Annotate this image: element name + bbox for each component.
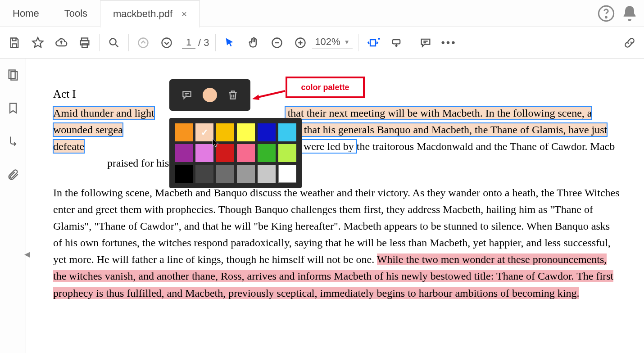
bookmark-icon[interactable] bbox=[5, 100, 21, 116]
zoom-value: 102% bbox=[315, 36, 340, 48]
svg-point-6 bbox=[139, 38, 148, 47]
svg-point-1 bbox=[606, 17, 607, 18]
page-sep: / bbox=[198, 37, 201, 49]
zoom-dropdown[interactable]: 102% ▼ bbox=[312, 36, 352, 49]
save-icon[interactable] bbox=[3, 31, 26, 54]
color-palette bbox=[169, 118, 302, 188]
document-view[interactable]: Act I Amid thunder and light that their … bbox=[26, 59, 644, 353]
scroll-mode-icon[interactable] bbox=[385, 31, 408, 54]
left-sidebar bbox=[0, 59, 26, 353]
callout-label: color palette bbox=[286, 77, 365, 98]
share-link-icon[interactable] bbox=[618, 31, 641, 54]
tab-file[interactable]: mackbeth.pdf × bbox=[100, 0, 200, 27]
page-current[interactable]: 1 bbox=[182, 36, 195, 49]
color-swatch[interactable] bbox=[258, 144, 276, 162]
page-down-icon[interactable] bbox=[155, 31, 178, 54]
selection-tool-icon[interactable] bbox=[218, 31, 242, 54]
svg-rect-11 bbox=[392, 40, 399, 44]
highlight-color-button[interactable] bbox=[201, 86, 219, 104]
tab-tools[interactable]: Tools bbox=[52, 0, 100, 27]
current-color-dot bbox=[203, 88, 217, 102]
paragraph-1[interactable]: Amid thunder and light that their next m… bbox=[53, 105, 621, 172]
more-icon[interactable]: ••• bbox=[437, 31, 461, 54]
svg-point-5 bbox=[110, 38, 116, 45]
color-swatch[interactable] bbox=[237, 123, 255, 141]
color-swatch[interactable] bbox=[278, 165, 296, 183]
color-swatch[interactable] bbox=[237, 165, 255, 183]
annotation-toolbar bbox=[169, 79, 250, 111]
color-swatch[interactable] bbox=[175, 123, 193, 141]
color-swatch[interactable] bbox=[175, 165, 193, 183]
delete-icon[interactable] bbox=[224, 86, 242, 104]
fit-width-icon[interactable]: ▾ bbox=[361, 31, 385, 54]
color-swatch[interactable] bbox=[237, 144, 255, 162]
color-swatch[interactable] bbox=[216, 123, 234, 141]
notifications-icon[interactable] bbox=[621, 5, 639, 23]
para1-seg-e: the traitorous Macdonwald and the Thane … bbox=[357, 140, 615, 152]
print-icon[interactable] bbox=[73, 31, 96, 54]
color-swatch[interactable] bbox=[216, 144, 234, 162]
zoom-out-icon[interactable] bbox=[265, 31, 289, 54]
search-icon[interactable] bbox=[102, 31, 126, 54]
attachment-icon[interactable] bbox=[5, 167, 21, 183]
main-toolbar: 1 / 3 102% ▼ ▾ ••• bbox=[0, 27, 644, 59]
color-swatch[interactable] bbox=[195, 165, 213, 183]
para1-seg-a: Amid thunder and light bbox=[53, 106, 154, 120]
comment-icon[interactable] bbox=[414, 31, 437, 54]
chevron-down-icon: ▼ bbox=[344, 39, 350, 45]
cloud-upload-icon[interactable] bbox=[50, 31, 73, 54]
color-swatch[interactable] bbox=[278, 144, 296, 162]
help-icon[interactable] bbox=[597, 5, 615, 23]
color-swatch[interactable] bbox=[195, 144, 213, 162]
navigation-icon[interactable] bbox=[5, 133, 21, 149]
tab-file-label: mackbeth.pdf bbox=[113, 8, 172, 20]
color-swatch[interactable] bbox=[278, 123, 296, 141]
tab-bar: Home Tools mackbeth.pdf × bbox=[0, 0, 644, 27]
close-tab-icon[interactable]: × bbox=[181, 9, 187, 19]
main-area: ◀ Act I Amid thunder and light that thei… bbox=[0, 59, 644, 353]
thumbnails-icon[interactable] bbox=[5, 67, 21, 83]
color-swatch[interactable] bbox=[258, 165, 276, 183]
add-note-icon[interactable] bbox=[178, 86, 196, 104]
page-total: 3 bbox=[204, 37, 209, 49]
zoom-in-icon[interactable] bbox=[289, 31, 312, 54]
star-icon[interactable] bbox=[26, 31, 50, 54]
tab-home[interactable]: Home bbox=[0, 0, 52, 27]
paragraph-2[interactable]: In the following scene, Macbeth and Banq… bbox=[53, 185, 621, 302]
color-swatch[interactable] bbox=[216, 165, 234, 183]
color-swatch[interactable] bbox=[258, 123, 276, 141]
hand-tool-icon[interactable] bbox=[242, 31, 265, 54]
color-swatch[interactable] bbox=[195, 123, 213, 141]
svg-point-7 bbox=[162, 38, 172, 47]
svg-rect-10 bbox=[370, 40, 376, 46]
page-indicator[interactable]: 1 / 3 bbox=[182, 36, 209, 49]
page-up-icon[interactable] bbox=[132, 31, 155, 54]
color-swatch[interactable] bbox=[175, 144, 193, 162]
